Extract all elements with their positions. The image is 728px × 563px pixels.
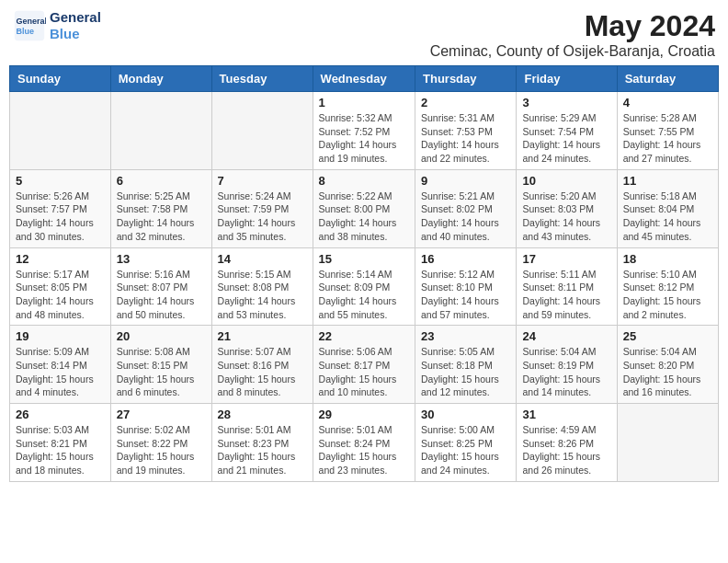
calendar-cell: 19Sunrise: 5:09 AM Sunset: 8:14 PM Dayli… bbox=[10, 326, 111, 404]
day-info: Sunrise: 5:16 AM Sunset: 8:07 PM Dayligh… bbox=[117, 268, 206, 322]
calendar-cell: 21Sunrise: 5:07 AM Sunset: 8:16 PM Dayli… bbox=[211, 326, 313, 404]
logo-text: General Blue bbox=[50, 9, 101, 42]
calendar-cell: 27Sunrise: 5:02 AM Sunset: 8:22 PM Dayli… bbox=[110, 404, 211, 482]
weekday-header: Tuesday bbox=[211, 66, 313, 92]
calendar-week-row: 5Sunrise: 5:26 AM Sunset: 7:57 PM Daylig… bbox=[10, 169, 719, 247]
calendar-cell: 31Sunrise: 4:59 AM Sunset: 8:26 PM Dayli… bbox=[517, 404, 617, 482]
day-number: 3 bbox=[522, 96, 610, 109]
logo-icon: General Blue bbox=[13, 9, 46, 42]
day-number: 7 bbox=[218, 174, 307, 188]
calendar-cell: 12Sunrise: 5:17 AM Sunset: 8:05 PM Dayli… bbox=[10, 247, 111, 326]
calendar-cell: 18Sunrise: 5:10 AM Sunset: 8:12 PM Dayli… bbox=[617, 247, 718, 326]
day-number: 4 bbox=[623, 96, 712, 109]
day-info: Sunrise: 5:01 AM Sunset: 8:23 PM Dayligh… bbox=[218, 423, 307, 477]
day-info: Sunrise: 5:10 AM Sunset: 8:12 PM Dayligh… bbox=[623, 268, 712, 322]
calendar-cell: 9Sunrise: 5:21 AM Sunset: 8:02 PM Daylig… bbox=[415, 169, 517, 247]
title-block: May 2024 Ceminac, County of Osijek-Baran… bbox=[430, 9, 715, 60]
day-info: Sunrise: 5:01 AM Sunset: 8:24 PM Dayligh… bbox=[319, 423, 409, 477]
svg-text:Blue: Blue bbox=[17, 27, 35, 36]
day-number: 10 bbox=[522, 174, 610, 188]
day-number: 1 bbox=[319, 96, 409, 109]
calendar-cell: 3Sunrise: 5:29 AM Sunset: 7:54 PM Daylig… bbox=[517, 92, 617, 170]
calendar-cell: 24Sunrise: 5:04 AM Sunset: 8:19 PM Dayli… bbox=[517, 326, 617, 404]
calendar-cell: 29Sunrise: 5:01 AM Sunset: 8:24 PM Dayli… bbox=[313, 404, 415, 482]
weekday-header: Monday bbox=[110, 66, 211, 92]
day-number: 5 bbox=[16, 174, 105, 188]
day-number: 15 bbox=[319, 252, 409, 266]
day-info: Sunrise: 5:32 AM Sunset: 7:52 PM Dayligh… bbox=[319, 111, 409, 166]
day-number: 6 bbox=[117, 174, 206, 188]
day-number: 23 bbox=[421, 329, 510, 343]
logo: General Blue General Blue bbox=[13, 9, 101, 42]
calendar-cell: 14Sunrise: 5:15 AM Sunset: 8:08 PM Dayli… bbox=[211, 247, 313, 326]
weekday-header-row: SundayMondayTuesdayWednesdayThursdayFrid… bbox=[10, 66, 719, 92]
day-number: 21 bbox=[218, 329, 307, 343]
calendar-cell: 26Sunrise: 5:03 AM Sunset: 8:21 PM Dayli… bbox=[10, 404, 111, 482]
weekday-header: Sunday bbox=[10, 66, 111, 92]
day-number: 24 bbox=[522, 329, 610, 343]
day-info: Sunrise: 5:14 AM Sunset: 8:09 PM Dayligh… bbox=[319, 268, 409, 322]
calendar-week-row: 12Sunrise: 5:17 AM Sunset: 8:05 PM Dayli… bbox=[10, 247, 719, 326]
calendar-table: SundayMondayTuesdayWednesdayThursdayFrid… bbox=[9, 65, 719, 482]
calendar-week-row: 26Sunrise: 5:03 AM Sunset: 8:21 PM Dayli… bbox=[10, 404, 719, 482]
day-number: 20 bbox=[117, 329, 206, 343]
calendar-cell: 2Sunrise: 5:31 AM Sunset: 7:53 PM Daylig… bbox=[415, 92, 517, 170]
day-info: Sunrise: 4:59 AM Sunset: 8:26 PM Dayligh… bbox=[522, 423, 610, 477]
calendar-cell: 25Sunrise: 5:04 AM Sunset: 8:20 PM Dayli… bbox=[617, 326, 718, 404]
day-number: 2 bbox=[421, 96, 510, 109]
day-info: Sunrise: 5:29 AM Sunset: 7:54 PM Dayligh… bbox=[522, 111, 610, 166]
day-info: Sunrise: 5:26 AM Sunset: 7:57 PM Dayligh… bbox=[16, 190, 105, 244]
day-info: Sunrise: 5:20 AM Sunset: 8:03 PM Dayligh… bbox=[522, 190, 610, 244]
day-number: 11 bbox=[623, 174, 712, 188]
calendar-cell: 16Sunrise: 5:12 AM Sunset: 8:10 PM Dayli… bbox=[415, 247, 517, 326]
day-info: Sunrise: 5:11 AM Sunset: 8:11 PM Dayligh… bbox=[522, 268, 610, 322]
day-number: 17 bbox=[522, 252, 610, 266]
day-info: Sunrise: 5:12 AM Sunset: 8:10 PM Dayligh… bbox=[421, 268, 510, 322]
calendar-subtitle: Ceminac, County of Osijek-Baranja, Croat… bbox=[430, 43, 715, 60]
day-number: 8 bbox=[319, 174, 409, 188]
calendar-cell: 22Sunrise: 5:06 AM Sunset: 8:17 PM Dayli… bbox=[313, 326, 415, 404]
calendar-cell: 6Sunrise: 5:25 AM Sunset: 7:58 PM Daylig… bbox=[110, 169, 211, 247]
day-number: 16 bbox=[421, 252, 510, 266]
calendar-cell: 23Sunrise: 5:05 AM Sunset: 8:18 PM Dayli… bbox=[415, 326, 517, 404]
day-number: 22 bbox=[319, 329, 409, 343]
calendar-cell: 13Sunrise: 5:16 AM Sunset: 8:07 PM Dayli… bbox=[110, 247, 211, 326]
calendar-cell: 7Sunrise: 5:24 AM Sunset: 7:59 PM Daylig… bbox=[211, 169, 313, 247]
day-number: 19 bbox=[16, 329, 105, 343]
day-number: 12 bbox=[16, 252, 105, 266]
svg-text:General: General bbox=[17, 17, 46, 26]
day-number: 26 bbox=[16, 408, 105, 421]
calendar-cell: 10Sunrise: 5:20 AM Sunset: 8:03 PM Dayli… bbox=[517, 169, 617, 247]
day-number: 9 bbox=[421, 174, 510, 188]
day-info: Sunrise: 5:02 AM Sunset: 8:22 PM Dayligh… bbox=[117, 423, 206, 477]
day-number: 29 bbox=[319, 408, 409, 421]
calendar-cell: 5Sunrise: 5:26 AM Sunset: 7:57 PM Daylig… bbox=[10, 169, 111, 247]
day-info: Sunrise: 5:22 AM Sunset: 8:00 PM Dayligh… bbox=[319, 190, 409, 244]
calendar-cell: 8Sunrise: 5:22 AM Sunset: 8:00 PM Daylig… bbox=[313, 169, 415, 247]
calendar-cell: 20Sunrise: 5:08 AM Sunset: 8:15 PM Dayli… bbox=[110, 326, 211, 404]
weekday-header: Saturday bbox=[617, 66, 718, 92]
day-number: 13 bbox=[117, 252, 206, 266]
day-info: Sunrise: 5:25 AM Sunset: 7:58 PM Dayligh… bbox=[117, 190, 206, 244]
day-info: Sunrise: 5:18 AM Sunset: 8:04 PM Dayligh… bbox=[623, 190, 712, 244]
day-number: 25 bbox=[623, 329, 712, 343]
day-info: Sunrise: 5:15 AM Sunset: 8:08 PM Dayligh… bbox=[218, 268, 307, 322]
calendar-week-row: 19Sunrise: 5:09 AM Sunset: 8:14 PM Dayli… bbox=[10, 326, 719, 404]
day-info: Sunrise: 5:06 AM Sunset: 8:17 PM Dayligh… bbox=[319, 345, 409, 399]
calendar-cell: 30Sunrise: 5:00 AM Sunset: 8:25 PM Dayli… bbox=[415, 404, 517, 482]
calendar-cell: 15Sunrise: 5:14 AM Sunset: 8:09 PM Dayli… bbox=[313, 247, 415, 326]
calendar-cell bbox=[617, 404, 718, 482]
calendar-cell bbox=[211, 92, 313, 170]
day-info: Sunrise: 5:31 AM Sunset: 7:53 PM Dayligh… bbox=[421, 111, 510, 166]
page-header: General Blue General Blue May 2024 Cemin… bbox=[9, 9, 719, 60]
day-info: Sunrise: 5:07 AM Sunset: 8:16 PM Dayligh… bbox=[218, 345, 307, 399]
day-info: Sunrise: 5:21 AM Sunset: 8:02 PM Dayligh… bbox=[421, 190, 510, 244]
day-info: Sunrise: 5:17 AM Sunset: 8:05 PM Dayligh… bbox=[16, 268, 105, 322]
calendar-cell: 17Sunrise: 5:11 AM Sunset: 8:11 PM Dayli… bbox=[517, 247, 617, 326]
calendar-cell: 28Sunrise: 5:01 AM Sunset: 8:23 PM Dayli… bbox=[211, 404, 313, 482]
day-info: Sunrise: 5:04 AM Sunset: 8:19 PM Dayligh… bbox=[522, 345, 610, 399]
day-info: Sunrise: 5:04 AM Sunset: 8:20 PM Dayligh… bbox=[623, 345, 712, 399]
weekday-header: Friday bbox=[517, 66, 617, 92]
day-number: 30 bbox=[421, 408, 510, 421]
day-info: Sunrise: 5:00 AM Sunset: 8:25 PM Dayligh… bbox=[421, 423, 510, 477]
